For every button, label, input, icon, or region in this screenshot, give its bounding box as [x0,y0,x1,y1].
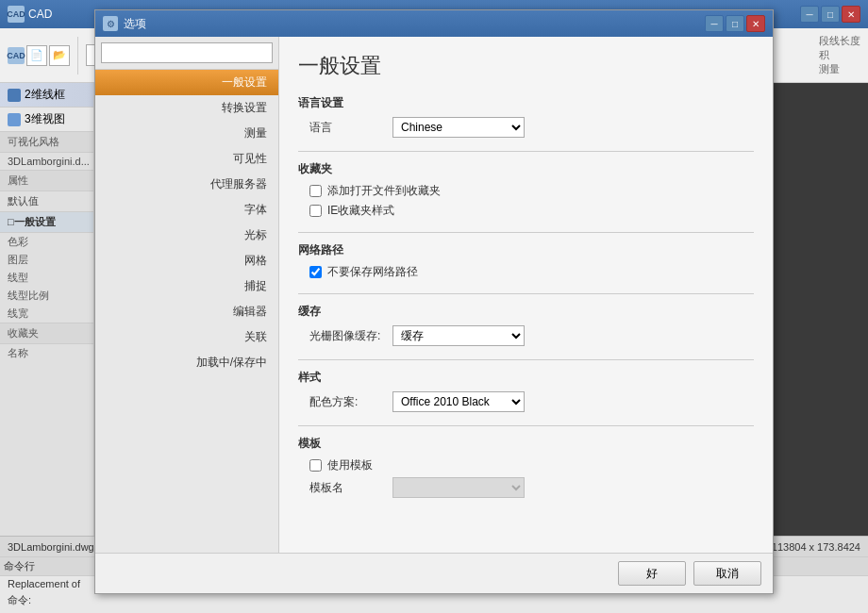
template-name-select [392,477,525,498]
3d-view-label: 3维视图 [25,111,65,127]
content-title: 一般设置 [298,52,754,80]
toolbar-new-icon[interactable]: 📄 [26,45,47,66]
favorites-checkbox1-row: 添加打开文件到收藏夹 [298,183,754,199]
favorites-section: 收藏夹 [0,323,93,344]
ie-favorites-label: IE收藏夹样式 [327,203,394,219]
divider-3 [298,293,754,294]
nav-item-grid[interactable]: 网格 [95,248,278,273]
search-box [95,37,278,70]
style-field-row: 配色方案: Office 2010 Black Office 2010 Blue… [298,391,754,412]
toolbar-divider [77,37,78,75]
nav-item-measure[interactable]: 测量 [95,121,278,146]
add-to-favorites-checkbox[interactable] [309,185,322,197]
dialog-footer: 好 取消 [95,553,773,593]
network-section: 网络路径 不要保存网络路径 [298,242,754,280]
template-checkbox-row: 使用模板 [298,457,754,473]
nav-item-general[interactable]: 一般设置 [95,70,278,95]
file-name-status: 3DLamborgini.dwg [8,541,94,553]
use-template-checkbox[interactable] [309,459,322,472]
options-dialog: ⚙ 选项 ─ □ ✕ 一般设置 转换设置 测量 [94,9,774,594]
toolbar-cad-icon: CAD [8,47,25,64]
cad-logo-icon: CAD [8,6,25,23]
template-name-row: 模板名 [298,477,754,498]
ok-button[interactable]: 好 [618,561,686,586]
style-label: 配色方案: [309,394,385,410]
toolbar-open-icon[interactable]: 📂 [49,45,70,66]
2d-frame-label: 2维线框 [25,87,65,103]
language-label: 语言 [309,120,385,136]
toolbar-right-info: 段线长度积测量 [819,34,860,76]
property-section: 属性 [0,171,93,191]
nav-item-convert[interactable]: 转换设置 [95,95,278,121]
no-save-network-checkbox[interactable] [309,266,322,278]
2d-frame-icon [8,89,21,102]
nav-item-association[interactable]: 关联 [95,324,278,350]
cache-label: 光栅图像缓存: [309,328,385,344]
color-item[interactable]: 色彩 [0,233,93,251]
dialog-restore-btn[interactable]: □ [726,15,744,32]
no-save-network-label: 不要保存网络路径 [327,264,418,280]
layer-item[interactable]: 图层 [0,251,93,269]
left-sidebar-bg: 2维线框 3维视图 可视化风格 3DLamborgini.d... 属性 默认值… [0,83,94,556]
add-to-favorites-label: 添加打开文件到收藏夹 [327,183,441,199]
style-select[interactable]: Office 2010 Black Office 2010 Blue Offic… [392,391,525,412]
nav-item-load-save[interactable]: 加载中/保存中 [95,350,278,375]
3d-view-btn[interactable]: 3维视图 [0,108,93,132]
divider-2 [298,232,754,233]
nav-item-snap[interactable]: 捕捉 [95,273,278,299]
linetype-scale-item[interactable]: 线型比例 [0,287,93,305]
cancel-button[interactable]: 取消 [693,561,761,586]
cache-field-row: 光栅图像缓存: 缓存 不缓存 [298,325,754,346]
3d-view-icon [8,113,21,126]
content-panel: 一般设置 语言设置 语言 Chinese English Japanese 收藏… [279,37,773,553]
dialog-title-text: 选项 [124,16,146,32]
favorites-checkbox2-row: IE收藏夹样式 [298,203,754,219]
search-input[interactable] [101,42,273,63]
divider-5 [298,425,754,426]
dialog-title-group: ⚙ 选项 [103,16,146,32]
dialog-body: 一般设置 转换设置 测量 可见性 代理服务器 字体 光标 网格 [95,37,773,553]
nav-item-proxy[interactable]: 代理服务器 [95,172,278,197]
language-section: 语言设置 语言 Chinese English Japanese [298,95,754,138]
language-select[interactable]: Chinese English Japanese [392,117,525,138]
linewidth-item[interactable]: 线宽 [0,305,93,323]
cad-title: CAD [28,8,52,21]
dialog-title-icon: ⚙ [103,16,118,31]
dialog-controls: ─ □ ✕ [705,15,765,32]
lamborgini-item[interactable]: 3DLamborgini.d... [0,153,93,171]
linetype-item[interactable]: 线型 [0,269,93,287]
dialog-close-btn[interactable]: ✕ [746,15,765,32]
general-section: □一般设置 [0,212,93,233]
dialog-minimize-btn[interactable]: ─ [705,15,724,32]
visual-style-section: 可视化风格 [0,132,93,153]
style-section: 样式 配色方案: Office 2010 Black Office 2010 B… [298,370,754,412]
cache-section: 缓存 光栅图像缓存: 缓存 不缓存 [298,304,754,346]
nav-panel: 一般设置 转换设置 测量 可见性 代理服务器 字体 光标 网格 [95,37,279,553]
cache-select[interactable]: 缓存 不缓存 [392,325,525,346]
favorites-name: 名称 [0,344,93,362]
default-section: 默认值 [0,191,93,212]
template-name-label: 模板名 [309,480,385,496]
nav-item-font[interactable]: 字体 [95,197,278,223]
cad-maximize-btn[interactable]: □ [821,6,840,23]
dialog-titlebar: ⚙ 选项 ─ □ ✕ [95,10,773,37]
cad-minimize-btn[interactable]: ─ [800,6,819,23]
divider-1 [298,151,754,152]
ie-favorites-checkbox[interactable] [309,205,322,217]
cache-header: 缓存 [298,304,754,320]
template-header: 模板 [298,436,754,452]
favorites-section: 收藏夹 添加打开文件到收藏夹 IE收藏夹样式 [298,161,754,219]
divider-4 [298,359,754,360]
template-section: 模板 使用模板 模板名 [298,436,754,498]
language-header: 语言设置 [298,95,754,111]
nav-item-editor[interactable]: 编辑器 [95,299,278,324]
nav-item-cursor[interactable]: 光标 [95,223,278,248]
nav-item-visibility[interactable]: 可见性 [95,146,278,172]
2d-frame-btn[interactable]: 2维线框 [0,83,93,108]
network-checkbox-row: 不要保存网络路径 [298,264,754,280]
use-template-label: 使用模板 [327,457,373,473]
cad-close-btn[interactable]: ✕ [842,6,860,23]
network-header: 网络路径 [298,242,754,258]
style-header: 样式 [298,370,754,386]
language-field-row: 语言 Chinese English Japanese [298,117,754,138]
